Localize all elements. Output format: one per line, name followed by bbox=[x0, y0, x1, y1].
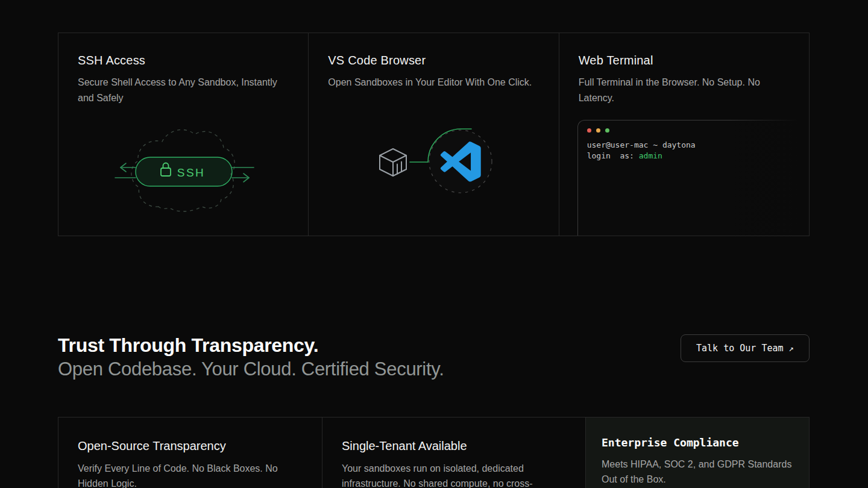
dashed-circle bbox=[429, 130, 492, 193]
card-enterprise-compliance[interactable]: Enterprise Compliance Meets HIPAA, SOC 2… bbox=[585, 418, 809, 488]
card-subtitle: Your sandboxes run on isolated, dedicate… bbox=[342, 461, 559, 488]
card-subtitle: Meets HIPAA, SOC 2, and GDPR Standards O… bbox=[602, 457, 792, 487]
cta-label: Talk to Our Team bbox=[696, 343, 784, 354]
terminal-line-2-prefix: login as: bbox=[587, 151, 639, 160]
card-subtitle: Verify Every Line of Code. No Black Boxe… bbox=[78, 461, 295, 488]
trust-section-heading: Trust Through Transparency. Open Codebas… bbox=[58, 333, 444, 381]
feature-card-vscode-browser: VS Code Browser Open Sandboxes in Your E… bbox=[308, 33, 558, 236]
feature-title: Web Terminal bbox=[579, 54, 790, 67]
page: { "features": [ { "title": "SSH Access",… bbox=[0, 0, 868, 488]
sandbox-cube-icon bbox=[380, 149, 406, 176]
page-title: Trust Through Transparency. bbox=[58, 333, 444, 357]
card-open-source-transparency[interactable]: Open-Source Transparency Verify Every Li… bbox=[58, 418, 322, 488]
feature-card-web-terminal: Web Terminal Full Terminal in the Browse… bbox=[559, 33, 809, 236]
page-subtitle: Open Codebase. Your Cloud. Certified Sec… bbox=[58, 357, 444, 381]
feature-subtitle: Full Terminal in the Browser. No Setup. … bbox=[579, 75, 790, 106]
cloud-icon bbox=[131, 130, 234, 211]
card-title: Open-Source Transparency bbox=[78, 439, 303, 453]
ssh-pill-label: SSH bbox=[177, 166, 206, 179]
lock-icon bbox=[161, 163, 171, 177]
card-title: Enterprise Compliance bbox=[602, 436, 792, 449]
arrow-left-icon bbox=[121, 163, 136, 172]
ssh-pill bbox=[136, 157, 232, 186]
terminal-dot-green-icon bbox=[605, 128, 609, 133]
trust-cards-row: Open-Source Transparency Verify Every Li… bbox=[58, 417, 810, 488]
card-title: Single-Tenant Available bbox=[342, 439, 566, 453]
terminal-dot-red-icon bbox=[587, 128, 591, 133]
feature-title: VS Code Browser bbox=[328, 54, 539, 67]
feature-title: SSH Access bbox=[78, 54, 289, 67]
vscode-logo-icon bbox=[441, 142, 481, 181]
connector-line bbox=[410, 129, 471, 162]
arrow-right-icon bbox=[232, 174, 249, 182]
terminal-dot-yellow-icon bbox=[596, 128, 600, 133]
feature-subtitle: Secure Shell Access to Any Sandbox, Inst… bbox=[78, 75, 289, 106]
card-single-tenant-available[interactable]: Single-Tenant Available Your sandboxes r… bbox=[322, 418, 585, 488]
feature-card-ssh-access: SSH Access Secure Shell Access to Any Sa… bbox=[58, 33, 308, 236]
features-row: SSH Access Secure Shell Access to Any Sa… bbox=[58, 33, 810, 236]
terminal-line-1: user@user-mac ~ daytona bbox=[587, 140, 696, 149]
talk-to-our-team-button[interactable]: Talk to Our Team ↗ bbox=[681, 334, 810, 362]
terminal-fade-overlay bbox=[731, 116, 809, 236]
feature-subtitle: Open Sandboxes in Your Editor With One C… bbox=[328, 75, 539, 90]
arrow-up-right-icon: ↗ bbox=[789, 343, 794, 353]
terminal-line-2-value: admin bbox=[639, 151, 662, 160]
